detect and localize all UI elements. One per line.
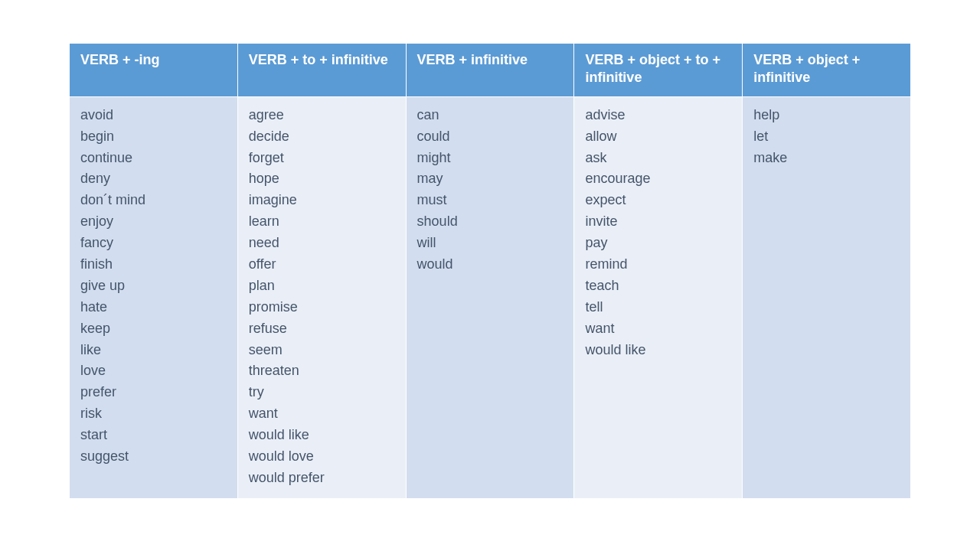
list-item: like bbox=[80, 340, 227, 361]
list-item: must bbox=[417, 190, 564, 211]
list-item: agree bbox=[249, 105, 395, 126]
list-item: finish bbox=[80, 254, 227, 276]
list-item: give up bbox=[80, 276, 227, 297]
list-item: start bbox=[80, 425, 227, 446]
list-item: would prefer bbox=[249, 468, 395, 489]
list-item: avoid bbox=[80, 105, 227, 126]
list-item: seem bbox=[249, 340, 395, 361]
list-item: offer bbox=[249, 254, 395, 276]
list-item: learn bbox=[249, 211, 395, 233]
list-item: allow bbox=[585, 126, 731, 148]
page-container: VERB + -ing VERB + to + infinitive VERB … bbox=[0, 0, 980, 499]
col-cell-0: avoidbegincontinuedenydon´t mindenjoyfan… bbox=[70, 96, 238, 498]
list-item: try bbox=[249, 382, 395, 403]
list-item: imagine bbox=[249, 190, 395, 211]
col-cell-2: cancouldmightmaymustshouldwillwould bbox=[406, 96, 574, 498]
list-item: would bbox=[417, 254, 564, 276]
list-item: let bbox=[753, 126, 900, 148]
verb-patterns-table: VERB + -ing VERB + to + infinitive VERB … bbox=[69, 43, 911, 499]
list-item: might bbox=[417, 148, 564, 169]
table-body-row: avoidbegincontinuedenydon´t mindenjoyfan… bbox=[70, 96, 911, 498]
list-item: ask bbox=[585, 148, 731, 169]
list-item: want bbox=[249, 403, 395, 425]
list-item: encourage bbox=[585, 168, 731, 190]
list-item: tell bbox=[585, 297, 731, 318]
col-cell-1: agreedecideforgethopeimaginelearnneedoff… bbox=[237, 96, 406, 498]
list-item: fancy bbox=[80, 233, 227, 254]
list-item: continue bbox=[80, 148, 227, 169]
col-header-4: VERB + object + infinitive bbox=[743, 44, 911, 97]
list-item: threaten bbox=[249, 360, 395, 382]
list-item: risk bbox=[80, 403, 227, 425]
list-item: teach bbox=[585, 276, 731, 297]
list-item: will bbox=[417, 233, 564, 254]
list-item: need bbox=[249, 233, 395, 254]
list-item: begin bbox=[80, 126, 227, 148]
col-header-3: VERB + object + to + infinitive bbox=[574, 44, 743, 97]
col-cell-3: adviseallowaskencourageexpectinvitepayre… bbox=[574, 96, 743, 498]
col-header-1: VERB + to + infinitive bbox=[237, 44, 406, 97]
list-item: promise bbox=[249, 297, 395, 318]
list-item: would like bbox=[585, 340, 731, 361]
list-item: keep bbox=[80, 318, 227, 340]
list-item: would like bbox=[249, 425, 395, 446]
list-item: may bbox=[417, 168, 564, 190]
list-item: pay bbox=[585, 233, 731, 254]
list-item: forget bbox=[249, 148, 395, 169]
list-item: love bbox=[80, 360, 227, 382]
list-item: make bbox=[753, 148, 900, 169]
list-item: can bbox=[417, 105, 564, 126]
list-item: refuse bbox=[249, 318, 395, 340]
list-item: deny bbox=[80, 168, 227, 190]
list-item: prefer bbox=[80, 382, 227, 403]
col-header-2: VERB + infinitive bbox=[406, 44, 574, 97]
list-item: would love bbox=[249, 446, 395, 468]
list-item: could bbox=[417, 126, 564, 148]
list-item: help bbox=[753, 105, 900, 126]
list-item: advise bbox=[585, 105, 731, 126]
col-header-0: VERB + -ing bbox=[70, 44, 238, 97]
list-item: decide bbox=[249, 126, 395, 148]
list-item: should bbox=[417, 211, 564, 233]
list-item: remind bbox=[585, 254, 731, 276]
list-item: plan bbox=[249, 276, 395, 297]
list-item: suggest bbox=[80, 446, 227, 468]
list-item: want bbox=[585, 318, 731, 340]
list-item: expect bbox=[585, 190, 731, 211]
table-header-row: VERB + -ing VERB + to + infinitive VERB … bbox=[70, 44, 911, 97]
list-item: enjoy bbox=[80, 211, 227, 233]
col-cell-4: helpletmake bbox=[743, 96, 911, 498]
list-item: hope bbox=[249, 168, 395, 190]
list-item: hate bbox=[80, 297, 227, 318]
list-item: don´t mind bbox=[80, 190, 227, 211]
list-item: invite bbox=[585, 211, 731, 233]
